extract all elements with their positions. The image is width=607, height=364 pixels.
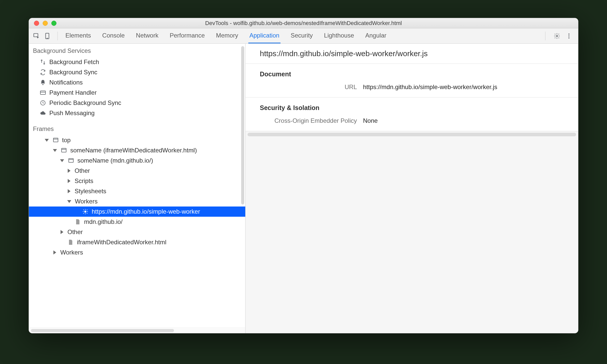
label: someName (mdn.github.io/) [77,157,153,164]
svg-point-6 [568,37,569,38]
sidebar-item-background-sync[interactable]: Background Sync [29,67,245,77]
label: Scripts [75,177,93,185]
label: iframeWithDedicatedWorker.html [77,239,166,246]
clock-icon [40,100,46,106]
detail-horizontal-scrollbar[interactable] [248,133,576,136]
tree-file-mdn[interactable]: mdn.github.io/ [29,217,245,227]
devtools-window: DevTools - wolfib.github.io/web-demos/ne… [29,18,578,333]
close-window-button[interactable] [34,21,39,26]
url-label: URL [260,83,357,91]
devtools-toolbar: Elements Console Network Performance Mem… [29,28,578,44]
tree-folder-stylesheets[interactable]: Stylesheets [29,186,245,196]
svg-rect-14 [69,159,73,162]
file-icon [74,219,81,225]
tab-angular[interactable]: Angular [364,28,388,43]
coep-value: None [363,117,378,124]
url-value: https://mdn.github.io/simple-web-worker/… [363,83,497,91]
separator [545,32,545,40]
sidebar-item-push-messaging[interactable]: Push Messaging [29,108,245,118]
sidebar-item-background-fetch[interactable]: Background Fetch [29,57,245,67]
label: Background Fetch [49,58,99,66]
cloud-icon [40,110,46,116]
sidebar-item-payment-handler[interactable]: Payment Handler [29,88,245,98]
file-icon [67,239,74,246]
detail-title: https://mdn.github.io/simple-web-worker/… [246,44,578,64]
tree-iframe-1[interactable]: someName (iframeWithDedicatedWorker.html… [29,145,245,155]
window-title: DevTools - wolfib.github.io/web-demos/ne… [29,20,578,27]
separator [57,32,58,40]
label: Other [75,167,90,174]
window-titlebar: DevTools - wolfib.github.io/web-demos/ne… [29,18,578,28]
label: https://mdn.github.io/simple-web-worker [92,208,200,215]
label: top [62,137,71,144]
device-toolbar-icon[interactable] [44,32,51,40]
application-sidebar: Background Services Background Fetch Bac… [29,44,246,333]
disclosure-right-icon [53,250,56,254]
tree-folder-workers-top[interactable]: Workers [29,247,245,258]
coep-label: Cross-Origin Embedder Policy [260,117,357,124]
settings-gear-icon[interactable] [553,32,561,40]
sidebar-vertical-scrollbar[interactable] [240,46,245,320]
sidebar-item-notifications[interactable]: Notifications [29,77,245,88]
document-heading: Document [246,68,578,82]
label: Push Messaging [49,110,95,117]
tab-elements[interactable]: Elements [64,28,92,43]
svg-rect-10 [53,138,58,142]
security-block: Security & Isolation Cross-Origin Embedd… [246,97,578,131]
frame-icon [68,157,74,164]
detail-panel: https://mdn.github.io/simple-web-worker/… [246,44,578,333]
bell-icon [40,79,46,86]
tree-folder-workers[interactable]: Workers [29,196,245,207]
panel-tabs: Elements Console Network Performance Mem… [64,28,542,43]
tab-network[interactable]: Network [135,28,159,43]
label: Stylesheets [75,188,106,195]
zoom-window-button[interactable] [51,21,56,26]
tree-folder-scripts[interactable]: Scripts [29,176,245,186]
disclosure-down-icon [60,159,64,162]
sidebar-horizontal-scrollbar[interactable] [29,327,245,333]
svg-rect-1 [46,33,49,39]
svg-rect-7 [40,91,45,94]
sync-icon [40,69,46,76]
disclosure-right-icon [68,189,71,193]
tree-folder-other[interactable]: Other [29,166,245,176]
label: Background Sync [49,69,97,76]
security-heading: Security & Isolation [246,102,578,116]
tree-file-iframe[interactable]: iframeWithDedicatedWorker.html [29,237,245,247]
disclosure-right-icon [68,179,71,183]
more-vert-icon[interactable] [565,32,573,40]
tab-application[interactable]: Application [248,28,280,43]
inspect-element-icon[interactable] [33,32,40,40]
label: Workers [75,198,98,205]
tree-iframe-2[interactable]: someName (mdn.github.io/) [29,155,245,166]
svg-rect-0 [34,33,38,37]
minimize-window-button[interactable] [43,21,48,26]
disclosure-right-icon [68,169,71,173]
svg-point-16 [85,211,86,212]
label: Other [67,228,83,236]
tab-memory[interactable]: Memory [215,28,239,43]
svg-rect-12 [62,148,66,152]
label: Notifications [49,79,83,86]
label: someName (iframeWithDedicatedWorker.html… [70,147,197,154]
tree-worker-selected[interactable]: https://mdn.github.io/simple-web-worker [29,207,245,217]
gear-icon [82,208,89,215]
document-block: Document URL https://mdn.github.io/simpl… [246,64,578,97]
tree-folder-other-2[interactable]: Other [29,227,245,237]
tab-console[interactable]: Console [101,28,126,43]
svg-point-4 [568,33,569,34]
window-icon [52,137,59,143]
transfer-icon [40,59,46,65]
tree-top-frame[interactable]: top [29,135,245,145]
tab-performance[interactable]: Performance [169,28,206,43]
label: Periodic Background Sync [49,99,121,106]
traffic-lights [34,21,56,26]
svg-point-5 [568,35,569,36]
sidebar-item-periodic-sync[interactable]: Periodic Background Sync [29,98,245,108]
section-background-services: Background Services [29,44,245,57]
disclosure-down-icon [67,200,71,203]
tab-lighthouse[interactable]: Lighthouse [323,28,355,43]
frame-icon [61,147,67,154]
disclosure-down-icon [45,139,49,142]
tab-security[interactable]: Security [290,28,314,43]
